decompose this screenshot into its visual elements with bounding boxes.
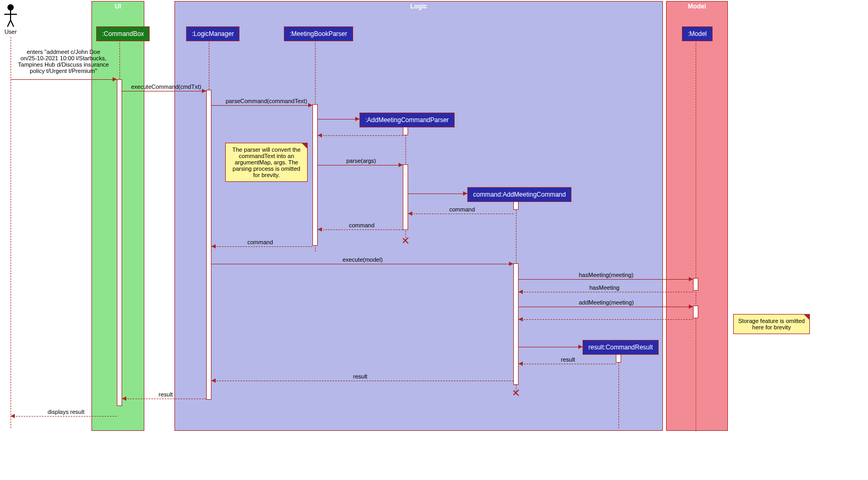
activation-model-has: [693, 278, 698, 291]
note-storage: Storage feature is omitted here for brev…: [733, 314, 810, 334]
arrowhead-create-command: [463, 191, 467, 196]
participant-model: :Model: [682, 26, 713, 41]
arrow-command-ret3: [211, 246, 312, 247]
msg-has-meeting: hasMeeting(meeting): [579, 272, 633, 278]
arrowhead-parse-args: [399, 163, 403, 167]
activation-parser-parse: [403, 164, 408, 230]
actor-leg-l: [10, 20, 14, 27]
arrow-parse-command: [211, 105, 312, 106]
arrowhead-command-ret2: [318, 227, 322, 232]
arrowhead-result-ret2: [211, 379, 216, 383]
destroy-parser-icon: [402, 237, 409, 244]
arrowhead-add-meeting-ret: [519, 317, 523, 321]
arrowhead-create-result: [578, 345, 583, 349]
lifeline-user: [11, 37, 11, 428]
frame-logic: Logic: [174, 1, 663, 431]
activation-result-create: [616, 354, 621, 363]
frame-model-label: Model: [684, 2, 710, 11]
arrow-result-ret3: [122, 399, 206, 399]
activation-parser-create: [403, 127, 408, 135]
lifeline-model: [696, 40, 696, 431]
arrow-add-meeting-ret: [519, 319, 693, 320]
activation-commandbox: [117, 79, 122, 406]
arrow-add-meeting: [519, 307, 693, 307]
participant-addmeetingcommandparser: :AddMeetingCommandParser: [359, 113, 455, 127]
activation-command-exec: [513, 263, 519, 385]
activation-command-create: [513, 201, 519, 210]
msg-result-ret3: result: [159, 391, 173, 398]
msg-user-entry: enters "addmeet c/John Doe on/25-10-2021…: [11, 49, 116, 74]
arrowhead-result-ret3: [122, 396, 126, 401]
msg-has-meeting-ret: hasMeeting: [589, 284, 620, 291]
arrowhead-execute-command: [202, 89, 206, 93]
arrow-command-ret1: [408, 214, 513, 214]
arrowhead-parse-command: [308, 103, 312, 107]
arrowhead-command-ret3: [211, 244, 216, 248]
frame-logic-label: Logic: [406, 2, 431, 11]
arrowhead-command-ret1: [408, 211, 412, 216]
participant-meetingbookparser: :MeetingBookParser: [284, 26, 353, 41]
msg-execute-command: executeCommand(cmdTxt): [131, 84, 201, 90]
destroy-command-icon: [512, 389, 520, 396]
frame-model: Model: [666, 1, 728, 431]
msg-command-ret1: command: [449, 206, 475, 213]
arrowhead-has-meeting: [689, 277, 693, 281]
msg-result-ret2: result: [353, 373, 367, 380]
actor-icon: [7, 4, 14, 11]
activation-model-add: [693, 306, 698, 318]
arrow-result-ret2: [211, 381, 513, 381]
activation-meetingbookparser: [312, 104, 318, 246]
arrowhead-result-ret1: [519, 362, 523, 366]
arrowhead-has-meeting-ret: [519, 290, 523, 294]
arrow-displays-result: [11, 416, 117, 417]
participant-commandbox: :CommandBox: [96, 26, 150, 41]
arrow-result-ret1: [519, 364, 616, 364]
msg-parse-command: parseCommand(commandText): [226, 98, 307, 104]
arrow-command-ret2: [318, 229, 403, 230]
arrow-create-parser: [318, 119, 359, 119]
msg-command-ret3: command: [247, 239, 273, 245]
arrow-create-result: [519, 347, 583, 347]
participant-addmeetingcommand: command:AddMeetingCommand: [467, 187, 571, 202]
actor-arms: [4, 14, 17, 15]
arrow-parse-args: [318, 165, 403, 165]
participant-commandresult: result:CommandResult: [583, 340, 659, 355]
arrow-has-meeting: [519, 279, 693, 280]
arrow-has-meeting-ret: [519, 292, 693, 292]
msg-result-ret1: result: [561, 356, 575, 363]
arrowhead-user-entry: [113, 77, 117, 81]
actor-body: [10, 11, 11, 20]
arrowhead-displays-result: [11, 414, 15, 418]
note-parser: The parser will convert the commandText …: [225, 143, 308, 182]
msg-execute-model: execute(model): [343, 256, 383, 263]
lifeline-commandresult: [618, 354, 619, 428]
msg-command-ret2: command: [349, 222, 374, 228]
msg-parse-args: parse(args): [346, 158, 376, 164]
arrow-execute-model: [211, 264, 513, 264]
arrow-create-command: [408, 193, 467, 194]
frame-ui-label: UI: [110, 2, 125, 11]
arrow-create-parser-ret: [318, 135, 403, 136]
arrowhead-execute-model: [509, 262, 513, 266]
arrowhead-create-parser-ret: [318, 133, 322, 137]
activation-logicmanager: [206, 90, 211, 400]
arrowhead-create-parser: [355, 117, 359, 121]
participant-logicmanager: :LogicManager: [186, 26, 239, 41]
arrow-execute-command: [122, 91, 206, 91]
arrow-user-entry: [11, 79, 117, 80]
arrowhead-add-meeting: [689, 304, 693, 309]
msg-displays-result: displays result: [48, 409, 85, 415]
msg-add-meeting: addMeeting(meeting): [579, 299, 634, 306]
actor-name: User: [0, 29, 21, 35]
